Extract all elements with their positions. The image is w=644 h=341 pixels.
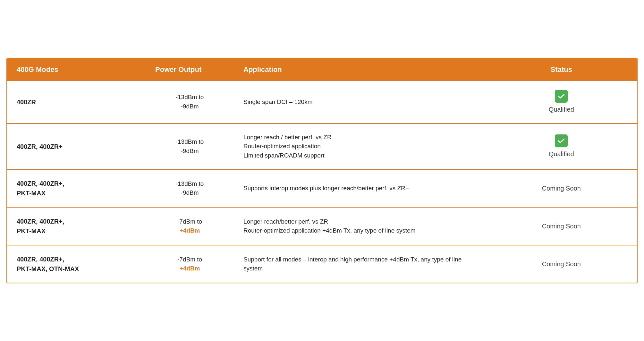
table-row: 400ZR-13dBm to -9dBmSingle span DCI – 12…: [7, 81, 637, 124]
cell-power: -13dBm to -9dBm: [146, 81, 234, 124]
status-label: Coming Soon: [542, 260, 581, 268]
cell-status: Coming Soon: [486, 207, 637, 245]
cell-status: Qualified: [486, 81, 637, 124]
cell-power: -13dBm to -9dBm: [146, 169, 234, 207]
cell-power: -7dBm to +4dBm: [146, 245, 234, 283]
cell-status: Coming Soon: [486, 169, 637, 207]
cell-application: Longer reach / better perf. vs ZR Router…: [234, 124, 486, 170]
cell-application: Supports interop modes plus longer reach…: [234, 169, 486, 207]
cell-mode: 400ZR, 400ZR+, PKT-MAX: [7, 169, 146, 207]
cell-mode: 400ZR, 400ZR+: [7, 124, 146, 170]
cell-application: Support for all modes – interop and high…: [234, 245, 486, 283]
cell-application: Single span DCI – 120km: [234, 81, 486, 124]
table-row: 400ZR, 400ZR+, PKT-MAX, OTN-MAX-7dBm to …: [7, 245, 637, 283]
table-row: 400ZR, 400ZR+-13dBm to -9dBmLonger reach…: [7, 124, 637, 170]
cell-power: -13dBm to -9dBm: [146, 124, 234, 170]
qualified-check-icon: [555, 90, 568, 103]
status-label: Qualified: [549, 149, 574, 159]
table-row: 400ZR, 400ZR+, PKT-MAX-7dBm to +4dBmLong…: [7, 207, 637, 245]
qualified-check-icon: [555, 134, 568, 147]
cell-status: Qualified: [486, 124, 637, 170]
status-label: Qualified: [549, 105, 574, 114]
status-label: Coming Soon: [542, 223, 581, 230]
cell-mode: 400ZR, 400ZR+, PKT-MAX: [7, 207, 146, 245]
main-table-wrapper: 400G Modes Power Output Application Stat…: [6, 58, 638, 284]
cell-status: Coming Soon: [486, 245, 637, 283]
col-header-modes: 400G Modes: [7, 58, 146, 81]
col-header-status: Status: [486, 58, 637, 81]
table-header-row: 400G Modes Power Output Application Stat…: [7, 58, 637, 81]
col-header-application: Application: [234, 58, 486, 81]
table-row: 400ZR, 400ZR+, PKT-MAX-13dBm to -9dBmSup…: [7, 169, 637, 207]
status-label: Coming Soon: [542, 185, 581, 192]
cell-application: Longer reach/better perf. vs ZR Router-o…: [234, 207, 486, 245]
cell-mode: 400ZR: [7, 81, 146, 124]
col-header-power: Power Output: [146, 58, 234, 81]
cell-mode: 400ZR, 400ZR+, PKT-MAX, OTN-MAX: [7, 245, 146, 283]
cell-power: -7dBm to +4dBm: [146, 207, 234, 245]
comparison-table: 400G Modes Power Output Application Stat…: [7, 58, 637, 283]
